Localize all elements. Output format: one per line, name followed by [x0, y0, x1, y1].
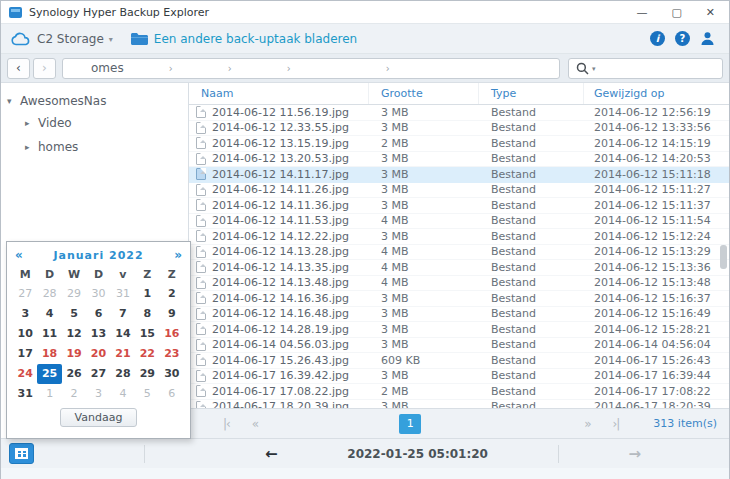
calendar-day[interactable]: 19	[62, 344, 86, 364]
column-header-type[interactable]: Type	[479, 83, 584, 104]
breadcrumb-current[interactable]: omes	[91, 61, 124, 75]
search-input[interactable]: ▾	[568, 58, 723, 79]
calendar-day-selected[interactable]: 25	[37, 364, 61, 384]
calendar-day[interactable]: 15	[135, 324, 159, 344]
calendar-day[interactable]: 24	[13, 364, 37, 384]
tree-item-label[interactable]: homes	[38, 140, 78, 154]
table-row[interactable]: 2014-06-17 16.39.42.jpg3 MBBestand2014-0…	[189, 369, 729, 385]
table-row[interactable]: 2014-06-12 14.12.22.jpg3 MBBestand2014-0…	[189, 229, 729, 245]
table-row[interactable]: 2014-06-12 14.13.28.jpg4 MBBestand2014-0…	[189, 245, 729, 261]
search-options-caret[interactable]: ▾	[592, 65, 596, 73]
table-row[interactable]: 2014-06-12 14.28.19.jpg3 MBBestand2014-0…	[189, 322, 729, 338]
calendar-day[interactable]: 12	[62, 324, 86, 344]
calendar-day[interactable]: 14	[111, 324, 135, 344]
calendar-day[interactable]: 29	[135, 364, 159, 384]
calendar-toggle-button[interactable]	[9, 443, 34, 464]
breadcrumb[interactable]: omes › › › ›	[62, 58, 560, 79]
table-row[interactable]: 2014-06-12 14.11.17.jpg3 MBBestand2014-0…	[189, 167, 729, 183]
calendar-day[interactable]: 10	[13, 324, 37, 344]
tree-collapse-icon[interactable]: ▸	[25, 142, 33, 152]
calendar-day[interactable]: 22	[135, 344, 159, 364]
calendar-day[interactable]: 20	[86, 344, 110, 364]
sidebar-item-homes[interactable]: ▸homes	[1, 135, 188, 159]
table-row[interactable]: 2014-06-12 12.33.55.jpg3 MBBestand2014-0…	[189, 121, 729, 137]
storage-selector-label[interactable]: C2 Storage	[37, 32, 104, 46]
table-row[interactable]: 2014-06-14 04.56.03.jpg3 MBBestand2014-0…	[189, 338, 729, 354]
tree-root-label[interactable]: AwesomesNas	[20, 94, 106, 108]
calendar-day[interactable]: 11	[37, 324, 61, 344]
calendar-day[interactable]: 28	[37, 284, 61, 304]
calendar-day[interactable]: 23	[160, 344, 184, 364]
table-row[interactable]: 2014-06-17 18.20.39.jpg3 MBBestand2014-0…	[189, 400, 729, 409]
column-header-grootte[interactable]: Grootte	[369, 83, 479, 104]
previous-version-arrow[interactable]: ←	[265, 445, 278, 463]
vertical-scrollbar[interactable]	[720, 245, 727, 269]
tree-collapse-icon[interactable]: ▸	[25, 118, 33, 128]
minimize-button[interactable]: —	[636, 7, 647, 18]
browse-other-backup-link[interactable]: Een andere back-uptaak bladeren	[154, 32, 357, 46]
calendar-day[interactable]: 9	[160, 304, 184, 324]
table-row[interactable]: 2014-06-12 14.13.48.jpg4 MBBestand2014-0…	[189, 276, 729, 292]
table-row[interactable]: 2014-06-12 14.16.48.jpg3 MBBestand2014-0…	[189, 307, 729, 323]
maximize-button[interactable]: ▢	[671, 7, 681, 18]
storage-dropdown-caret[interactable]: ▾	[109, 35, 113, 44]
forward-button[interactable]: ›	[33, 58, 56, 79]
next-page-icon[interactable]: »	[584, 417, 590, 431]
calendar-day[interactable]: 1	[37, 384, 61, 404]
calendar-day[interactable]: 27	[86, 364, 110, 384]
prev-page-icon[interactable]: «	[252, 417, 258, 431]
calendar-day[interactable]: 31	[13, 384, 37, 404]
sidebar-item-video[interactable]: ▸Video	[1, 111, 188, 135]
info-icon[interactable]: i	[650, 31, 665, 46]
calendar-day[interactable]: 29	[62, 284, 86, 304]
user-icon[interactable]	[700, 31, 715, 46]
next-version-arrow[interactable]: →	[628, 445, 641, 463]
calendar-day[interactable]: 4	[37, 304, 61, 324]
table-row[interactable]: 2014-06-12 13.15.19.jpg2 MBBestand2014-0…	[189, 136, 729, 152]
back-button[interactable]: ‹	[7, 58, 30, 79]
table-row[interactable]: 2014-06-12 11.56.19.jpg3 MBBestand2014-0…	[189, 105, 729, 121]
calendar-day[interactable]: 27	[13, 284, 37, 304]
calendar-day[interactable]: 5	[62, 304, 86, 324]
page-number-button[interactable]: 1	[399, 414, 421, 434]
calendar-day[interactable]: 30	[160, 364, 184, 384]
calendar-day[interactable]: 18	[37, 344, 61, 364]
last-page-icon[interactable]: ›|	[613, 417, 620, 431]
table-row[interactable]: 2014-06-12 14.11.26.jpg3 MBBestand2014-0…	[189, 183, 729, 199]
calendar-day[interactable]: 3	[13, 304, 37, 324]
tree-item-label[interactable]: Video	[38, 116, 72, 130]
help-icon[interactable]: ?	[675, 31, 690, 46]
column-header-gewijzigd-op[interactable]: Gewijzigd op	[584, 83, 729, 104]
table-row[interactable]: 2014-06-17 15.26.43.jpg609 KBBestand2014…	[189, 353, 729, 369]
calendar-day[interactable]: 28	[111, 364, 135, 384]
calendar-day[interactable]: 21	[111, 344, 135, 364]
calendar-day[interactable]: 6	[160, 384, 184, 404]
table-row[interactable]: 2014-06-12 14.11.53.jpg4 MBBestand2014-0…	[189, 214, 729, 230]
calendar-day[interactable]: 7	[111, 304, 135, 324]
today-button[interactable]: Vandaag	[60, 408, 138, 427]
calendar-day[interactable]: 17	[13, 344, 37, 364]
table-row[interactable]: 2014-06-12 14.11.36.jpg3 MBBestand2014-0…	[189, 198, 729, 214]
calendar-day[interactable]: 4	[111, 384, 135, 404]
tree-root-awesomesnas[interactable]: ▾ AwesomesNas	[1, 91, 188, 111]
calendar-day[interactable]: 5	[135, 384, 159, 404]
table-row[interactable]: 2014-06-17 17.08.22.jpg2 MBBestand2014-0…	[189, 384, 729, 400]
table-row[interactable]: 2014-06-12 14.13.35.jpg4 MBBestand2014-0…	[189, 260, 729, 276]
calendar-day[interactable]: 6	[86, 304, 110, 324]
first-page-icon[interactable]: |‹	[223, 417, 230, 431]
calendar-day[interactable]: 3	[86, 384, 110, 404]
calendar-day[interactable]: 31	[111, 284, 135, 304]
calendar-month-year[interactable]: Januari 2022	[23, 249, 174, 262]
calendar-day[interactable]: 26	[62, 364, 86, 384]
calendar-day[interactable]: 16	[160, 324, 184, 344]
next-month-icon[interactable]: »	[174, 248, 182, 262]
calendar-day[interactable]: 2	[62, 384, 86, 404]
table-row[interactable]: 2014-06-12 13.20.53.jpg3 MBBestand2014-0…	[189, 152, 729, 168]
calendar-day[interactable]: 30	[86, 284, 110, 304]
calendar-day[interactable]: 8	[135, 304, 159, 324]
table-row[interactable]: 2014-06-12 14.16.36.jpg3 MBBestand2014-0…	[189, 291, 729, 307]
close-button[interactable]: ✕	[706, 7, 715, 18]
calendar-day[interactable]: 2	[160, 284, 184, 304]
prev-month-icon[interactable]: «	[15, 248, 23, 262]
tree-expand-icon[interactable]: ▾	[7, 96, 15, 106]
